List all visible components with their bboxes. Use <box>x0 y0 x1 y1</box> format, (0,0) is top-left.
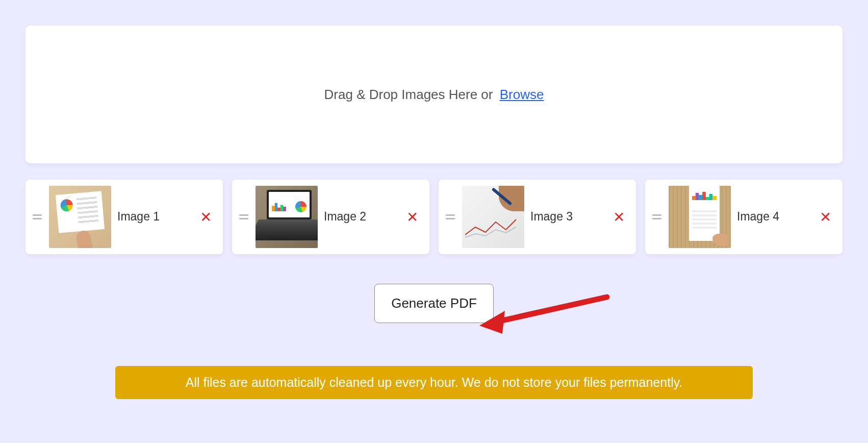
cleanup-notice: All files are automatically cleaned up e… <box>115 366 753 399</box>
image-label: Image 3 <box>530 209 609 225</box>
remove-button[interactable]: ✕ <box>196 206 216 229</box>
image-label: Image 2 <box>324 209 402 225</box>
close-icon: ✕ <box>613 209 625 225</box>
dropzone-label: Drag & Drop Images Here or <box>324 87 493 102</box>
image-card: Image 1 ✕ <box>25 180 223 254</box>
remove-button[interactable]: ✕ <box>402 206 422 229</box>
drag-handle-icon[interactable] <box>446 214 455 219</box>
close-icon: ✕ <box>200 209 212 225</box>
remove-button[interactable]: ✕ <box>815 206 835 229</box>
image-thumbnail <box>49 186 111 248</box>
dropzone-text: Drag & Drop Images Here or Browse <box>324 87 544 103</box>
image-card: Image 3 ✕ <box>439 180 636 254</box>
generate-pdf-button[interactable]: Generate PDF <box>374 284 494 323</box>
image-label: Image 1 <box>117 209 196 225</box>
image-card: Image 4 ✕ <box>645 180 843 254</box>
image-label: Image 4 <box>737 209 815 225</box>
image-thumbnail <box>256 186 318 248</box>
close-icon: ✕ <box>406 209 418 225</box>
image-thumbnail <box>669 186 731 248</box>
image-card: Image 2 ✕ <box>232 180 429 254</box>
close-icon: ✕ <box>820 209 831 225</box>
dropzone[interactable]: Drag & Drop Images Here or Browse <box>25 26 843 163</box>
drag-handle-icon[interactable] <box>239 214 248 219</box>
arrow-annotation-icon <box>479 294 612 340</box>
drag-handle-icon[interactable] <box>652 214 661 219</box>
images-row: Image 1 ✕ Image 2 ✕ Image 3 ✕ Image 4 ✕ <box>25 180 843 254</box>
image-thumbnail <box>462 186 524 248</box>
browse-link[interactable]: Browse <box>500 87 544 102</box>
remove-button[interactable]: ✕ <box>609 206 629 229</box>
drag-handle-icon[interactable] <box>33 214 42 219</box>
